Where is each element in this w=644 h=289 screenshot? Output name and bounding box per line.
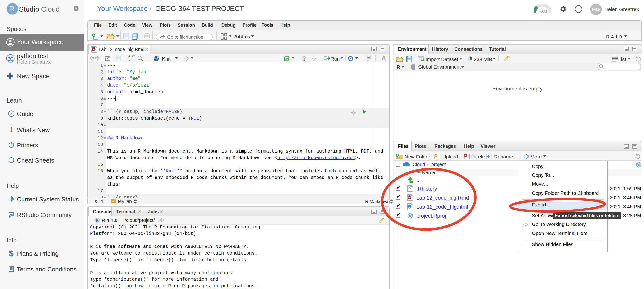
svg-text:RAM: RAM	[538, 9, 547, 13]
svg-text:R: R	[638, 163, 640, 167]
svg-text:R: R	[10, 5, 15, 13]
svg-text:s: s	[154, 59, 154, 62]
svg-text:Rmd: Rmd	[407, 196, 412, 199]
svg-text:R: R	[96, 218, 99, 223]
svg-text:Rmd: Rmd	[91, 48, 96, 50]
svg-text:R: R	[409, 214, 411, 218]
